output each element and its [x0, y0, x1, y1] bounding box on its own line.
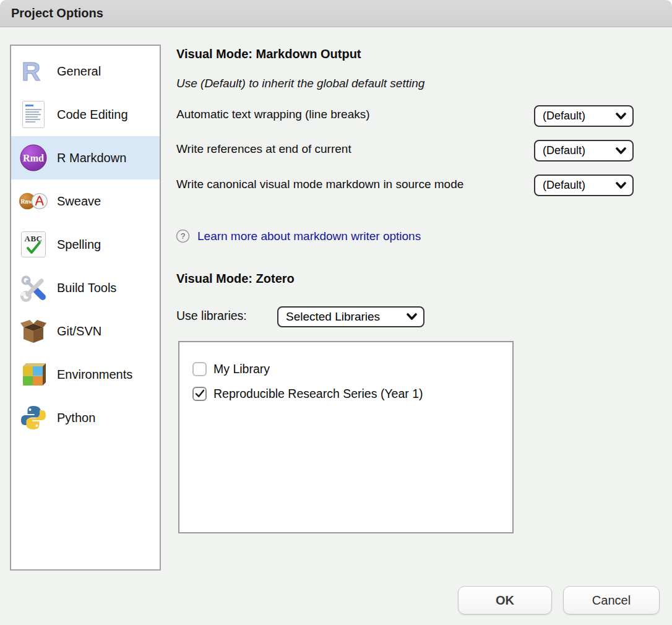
write-references-label: Write references at end of current — [176, 140, 510, 158]
write-references-select[interactable]: (Default) — [534, 140, 634, 162]
sidebar-item-general[interactable]: R General — [11, 50, 160, 93]
svg-text:?: ? — [181, 231, 185, 241]
canonical-markdown-select[interactable]: (Default) — [534, 175, 634, 196]
cancel-button[interactable]: Cancel — [563, 586, 660, 614]
python-icon — [19, 403, 48, 433]
sidebar-item-code-editing[interactable]: Code Editing — [11, 93, 160, 136]
sidebar-item-r-markdown[interactable]: Rmd R Markdown — [11, 136, 160, 179]
chevron-down-icon — [616, 147, 626, 155]
library-row-reproducible-research: Reproducible Research Series (Year 1) — [192, 381, 512, 406]
library-label: Reproducible Research Series (Year 1) — [213, 387, 423, 401]
sweave-pdf-icon: Rnw — [19, 186, 48, 216]
sidebar-item-python[interactable]: Python — [11, 396, 160, 439]
chevron-down-icon — [616, 182, 626, 189]
select-value: (Default) — [543, 179, 585, 192]
markdown-writer-help-link[interactable]: Learn more about markdown writer options — [197, 230, 421, 243]
sidebar-item-label: General — [57, 64, 101, 79]
sidebar-item-label: Spelling — [57, 238, 101, 252]
sidebar-item-label: Python — [57, 411, 95, 425]
package-box-icon — [19, 316, 48, 346]
text-wrapping-select[interactable]: (Default) — [534, 105, 634, 127]
sidebar-item-build-tools[interactable]: Build Tools — [11, 266, 160, 309]
svg-text:R: R — [22, 58, 40, 84]
sidebar-item-label: R Markdown — [57, 151, 126, 165]
sidebar-item-label: Build Tools — [57, 281, 116, 295]
markdown-output-heading: Visual Mode: Markdown Output — [176, 47, 361, 61]
markdown-output-subtitle: Use (Default) to inherit the global defa… — [176, 77, 424, 90]
select-value: (Default) — [543, 110, 585, 123]
sidebar-item-spelling[interactable]: ABC Spelling — [11, 223, 160, 266]
window-title: Project Options — [11, 6, 103, 20]
help-row: ? Learn more about markdown writer optio… — [176, 229, 421, 243]
zotero-libraries-listbox: My Library Reproducible Research Series … — [178, 341, 514, 533]
environments-cube-icon — [19, 360, 48, 389]
category-sidebar: R General Code Editing — [10, 45, 161, 571]
my-library-checkbox[interactable] — [192, 362, 207, 376]
select-value: Selected Libraries — [286, 310, 380, 324]
ok-button[interactable]: OK — [458, 586, 552, 614]
library-row-my-library: My Library — [192, 356, 512, 381]
reproducible-research-checkbox[interactable] — [192, 387, 207, 401]
sidebar-item-label: Sweave — [57, 194, 101, 209]
sidebar-item-git-svn[interactable]: Git/SVN — [11, 309, 160, 353]
svg-text:Rnw: Rnw — [21, 198, 33, 205]
r-logo-icon: R — [19, 56, 48, 86]
sidebar-item-label: Environments — [57, 368, 132, 382]
sidebar-item-environments[interactable]: Environments — [11, 353, 160, 396]
project-options-dialog: Project Options R General — [0, 0, 672, 625]
sidebar-item-label: Git/SVN — [57, 324, 101, 338]
canonical-markdown-label: Write canonical visual mode markdown in … — [176, 175, 498, 194]
library-label: My Library — [213, 362, 270, 376]
select-value: (Default) — [543, 144, 585, 157]
text-wrapping-label: Automatic text wrapping (line breaks) — [176, 105, 510, 124]
rmarkdown-icon: Rmd — [19, 143, 48, 173]
zotero-heading: Visual Mode: Zotero — [176, 272, 295, 286]
sidebar-item-sweave[interactable]: Rnw Sweave — [11, 179, 160, 223]
svg-text:Rmd: Rmd — [23, 153, 44, 163]
chevron-down-icon — [616, 113, 626, 120]
build-tools-icon — [19, 273, 48, 303]
chevron-down-icon — [407, 313, 417, 321]
use-libraries-label: Use libraries: — [176, 309, 247, 323]
sidebar-item-label: Code Editing — [57, 108, 128, 122]
help-question-icon[interactable]: ? — [176, 229, 190, 243]
spellcheck-icon: ABC — [19, 230, 48, 259]
use-libraries-select[interactable]: Selected Libraries — [277, 306, 424, 327]
code-document-icon — [19, 100, 48, 129]
titlebar: Project Options — [0, 0, 672, 27]
